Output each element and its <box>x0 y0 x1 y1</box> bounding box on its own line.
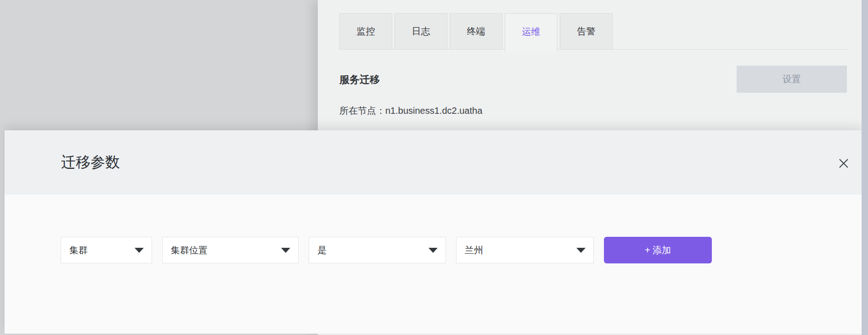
chevron-down-icon <box>281 248 290 253</box>
settings-button[interactable]: 设置 <box>737 66 847 93</box>
dropdown-attribute[interactable]: 集群位置 <box>162 237 299 263</box>
chevron-down-icon <box>135 248 144 253</box>
vertical-scrollbar[interactable] <box>862 0 868 335</box>
close-icon[interactable] <box>838 157 850 169</box>
close-x-icon <box>839 158 849 168</box>
chevron-down-icon <box>428 248 438 253</box>
node-value: n1.business1.dc2.uatha <box>385 106 482 116</box>
section-title-service-migration: 服务迁移 <box>339 73 380 87</box>
tab-operations[interactable]: 运维 <box>505 13 558 52</box>
dropdown-value[interactable]: 兰州 <box>456 237 594 263</box>
node-label: 所在节点： <box>339 106 385 116</box>
dropdown-value-value: 兰州 <box>465 244 483 257</box>
chevron-down-icon <box>576 248 586 253</box>
current-node-row: 所在节点：n1.business1.dc2.uatha <box>339 105 482 117</box>
add-button[interactable]: + 添加 <box>604 237 712 263</box>
modal-body: 集群 集群位置 是 兰州 + 添加 <box>5 195 862 334</box>
dropdown-operator[interactable]: 是 <box>309 237 446 263</box>
migration-params-modal: 迁移参数 集群 集群位置 是 兰州 <box>5 130 862 334</box>
tab-bar: 监控 日志 终端 运维 告警 <box>339 13 613 52</box>
tab-monitoring[interactable]: 监控 <box>339 13 392 50</box>
dropdown-category[interactable]: 集群 <box>61 237 152 263</box>
dropdown-attribute-value: 集群位置 <box>171 244 208 257</box>
tab-alerts[interactable]: 告警 <box>560 13 613 50</box>
tab-terminal[interactable]: 终端 <box>450 13 502 50</box>
filter-row: 集群 集群位置 是 兰州 + 添加 <box>61 237 712 263</box>
dropdown-operator-value: 是 <box>317 244 327 257</box>
dropdown-category-value: 集群 <box>69 244 88 257</box>
tab-logs[interactable]: 日志 <box>395 13 447 50</box>
modal-header: 迁移参数 <box>5 130 862 195</box>
modal-title: 迁移参数 <box>61 130 120 195</box>
